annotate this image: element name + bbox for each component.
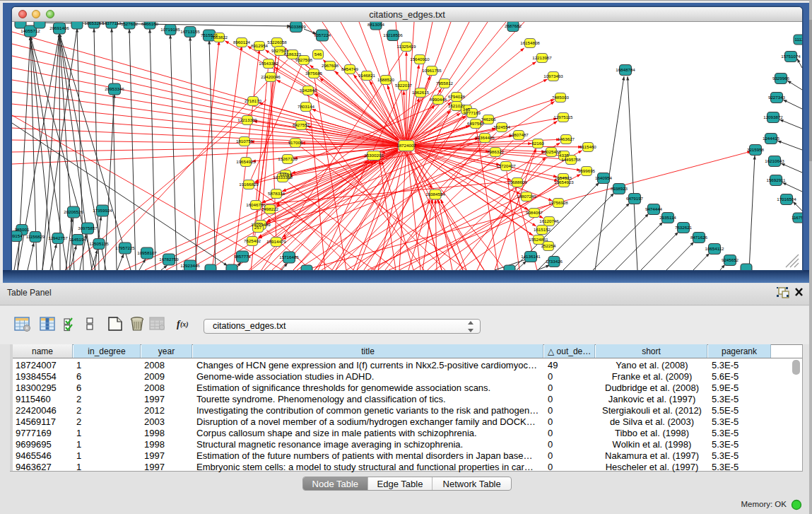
svg-text:20206526: 20206526 bbox=[64, 209, 83, 214]
svg-text:17957225: 17957225 bbox=[115, 245, 135, 250]
svg-text:16848784: 16848784 bbox=[616, 67, 635, 72]
svg-text:9777169: 9777169 bbox=[464, 110, 481, 115]
svg-text:19756928: 19756928 bbox=[548, 200, 568, 205]
svg-text:1112: 1112 bbox=[795, 37, 802, 42]
svg-text:10719185: 10719185 bbox=[160, 27, 180, 32]
svg-text:7357224: 7357224 bbox=[314, 33, 331, 37]
svg-text:14136141: 14136141 bbox=[521, 254, 541, 259]
svg-text:3215958: 3215958 bbox=[747, 147, 765, 152]
svg-text:8912954: 8912954 bbox=[251, 43, 269, 48]
svg-text:9857771: 9857771 bbox=[234, 254, 252, 259]
svg-text:2935114: 2935114 bbox=[659, 215, 676, 220]
svg-text:252254: 252254 bbox=[541, 243, 556, 248]
svg-text:1588520: 1588520 bbox=[377, 77, 395, 82]
svg-text:9242848: 9242848 bbox=[300, 88, 317, 93]
svg-text:10958107: 10958107 bbox=[137, 250, 157, 255]
svg-text:1640954: 1640954 bbox=[595, 175, 613, 180]
svg-text:12213967: 12213967 bbox=[532, 55, 552, 60]
svg-text:746266: 746266 bbox=[481, 117, 496, 122]
svg-text:12505135: 12505135 bbox=[89, 241, 109, 246]
svg-text:7632621: 7632621 bbox=[675, 225, 693, 230]
svg-text:16120746: 16120746 bbox=[539, 218, 559, 223]
svg-text:15716485: 15716485 bbox=[279, 255, 299, 259]
svg-text:8938923: 8938923 bbox=[611, 186, 628, 191]
svg-text:12213309: 12213309 bbox=[237, 117, 257, 122]
svg-text:11156829: 11156829 bbox=[26, 234, 45, 239]
svg-text:20953346: 20953346 bbox=[105, 86, 124, 91]
svg-text:7803144: 7803144 bbox=[298, 104, 315, 109]
svg-text:18807249: 18807249 bbox=[517, 194, 536, 199]
svg-text:18724007: 18724007 bbox=[396, 143, 416, 148]
svg-text:16914479: 16914479 bbox=[266, 239, 286, 244]
svg-text:1615152: 1615152 bbox=[534, 227, 551, 232]
svg-text:9699695: 9699695 bbox=[578, 168, 596, 173]
svg-text:(x): (x) bbox=[180, 320, 189, 329]
svg-text:116753: 116753 bbox=[792, 215, 802, 220]
svg-text:10025433: 10025433 bbox=[541, 149, 561, 154]
svg-text:5878334: 5878334 bbox=[268, 191, 286, 196]
svg-text:5322037: 5322037 bbox=[395, 83, 413, 88]
svg-text:1362615: 1362615 bbox=[412, 90, 430, 95]
svg-text:16543382: 16543382 bbox=[259, 61, 278, 66]
svg-text:2687682: 2687682 bbox=[505, 23, 522, 28]
svg-text:19218506: 19218506 bbox=[383, 33, 403, 37]
svg-text:8427552: 8427552 bbox=[293, 122, 310, 127]
svg-text:1527602: 1527602 bbox=[121, 22, 139, 26]
svg-text:14495758: 14495758 bbox=[561, 157, 581, 162]
svg-text:10653267: 10653267 bbox=[84, 22, 104, 25]
svg-text:15720407: 15720407 bbox=[496, 163, 516, 168]
svg-text:19377113: 19377113 bbox=[102, 22, 122, 25]
svg-text:12333398: 12333398 bbox=[273, 175, 293, 180]
svg-text:8960124: 8960124 bbox=[233, 40, 251, 45]
svg-text:7485003: 7485003 bbox=[552, 95, 570, 100]
svg-text:25300203: 25300203 bbox=[364, 153, 384, 158]
svg-text:7663822: 7663822 bbox=[211, 35, 228, 40]
svg-text:9474444: 9474444 bbox=[645, 206, 663, 211]
svg-text:21364436: 21364436 bbox=[475, 135, 495, 140]
svg-text:1244415: 1244415 bbox=[763, 136, 780, 141]
svg-text:8454749: 8454749 bbox=[341, 66, 359, 71]
svg-text:12093872: 12093872 bbox=[763, 115, 783, 119]
svg-text:2967608: 2967608 bbox=[322, 63, 339, 68]
svg-text:16782759: 16782759 bbox=[159, 257, 179, 262]
svg-text:19654923: 19654923 bbox=[554, 180, 574, 185]
svg-text:22420046: 22420046 bbox=[261, 74, 281, 79]
svg-text:7625402: 7625402 bbox=[244, 238, 261, 243]
svg-text:10688609: 10688609 bbox=[507, 180, 527, 185]
svg-text:9146821: 9146821 bbox=[358, 73, 376, 78]
svg-text:53226058: 53226058 bbox=[267, 40, 287, 45]
svg-text:16154808: 16154808 bbox=[520, 40, 540, 45]
svg-text:9084067: 9084067 bbox=[526, 210, 543, 215]
svg-text:8471626: 8471626 bbox=[690, 235, 708, 240]
svg-text:13267130: 13267130 bbox=[278, 156, 298, 161]
svg-text:39154: 39154 bbox=[12, 233, 23, 238]
svg-text:12975115: 12975115 bbox=[553, 115, 573, 119]
svg-text:17359924: 17359924 bbox=[93, 208, 112, 213]
svg-text:7986322: 7986322 bbox=[487, 149, 505, 154]
svg-text:10807487: 10807487 bbox=[509, 132, 529, 137]
svg-text:3498222: 3498222 bbox=[261, 206, 279, 211]
svg-text:17016504: 17016504 bbox=[777, 197, 796, 201]
svg-text:9329966: 9329966 bbox=[772, 76, 790, 81]
svg-text:1145194: 1145194 bbox=[69, 237, 86, 242]
svg-text:14055712: 14055712 bbox=[20, 28, 40, 33]
svg-text:546: 546 bbox=[314, 52, 322, 57]
svg-text:8813054: 8813054 bbox=[367, 22, 385, 27]
svg-text:10973493: 10973493 bbox=[543, 74, 563, 78]
svg-text:16033809: 16033809 bbox=[286, 24, 306, 29]
svg-text:2718170: 2718170 bbox=[245, 98, 262, 103]
svg-text:16713155: 16713155 bbox=[180, 29, 200, 34]
svg-text:3875685: 3875685 bbox=[305, 71, 323, 76]
svg-text:19166829: 19166829 bbox=[239, 182, 259, 187]
svg-text:12923446: 12923446 bbox=[180, 263, 200, 268]
svg-text:1810755: 1810755 bbox=[236, 139, 254, 144]
svg-text:15640910: 15640910 bbox=[410, 57, 430, 62]
svg-text:10961755: 10961755 bbox=[422, 68, 442, 73]
svg-text:6466160: 6466160 bbox=[141, 22, 159, 26]
svg-text:16210643: 16210643 bbox=[765, 158, 784, 163]
svg-text:11325419: 11325419 bbox=[396, 44, 416, 49]
svg-text:19384554: 19384554 bbox=[425, 192, 445, 197]
svg-text:15524851: 15524851 bbox=[529, 237, 548, 242]
svg-text:15751074: 15751074 bbox=[781, 54, 801, 59]
svg-text:6497568: 6497568 bbox=[467, 121, 485, 126]
